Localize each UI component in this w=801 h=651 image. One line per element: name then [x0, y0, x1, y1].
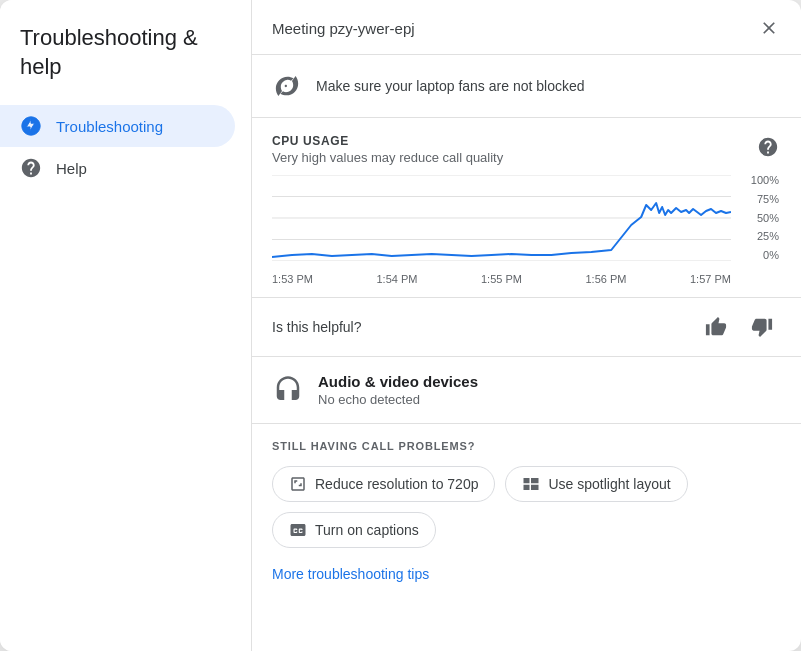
cpu-help-icon	[757, 136, 779, 158]
sidebar-item-help[interactable]: Help	[0, 147, 235, 189]
problems-section: STILL HAVING CALL PROBLEMS? Reduce resol…	[252, 424, 801, 599]
chart-x-labels: 1:53 PM 1:54 PM 1:55 PM 1:56 PM 1:57 PM	[272, 273, 731, 285]
captions-label: Turn on captions	[315, 522, 419, 538]
audio-subtitle: No echo detected	[318, 392, 478, 407]
reduce-resolution-icon	[289, 475, 307, 493]
spotlight-icon	[522, 475, 540, 493]
cpu-subtitle: Very high values may reduce call quality	[272, 150, 503, 165]
fan-warning-section: Make sure your laptop fans are not block…	[252, 55, 801, 118]
help-icon	[20, 157, 42, 179]
chart-x-155: 1:55 PM	[481, 273, 522, 285]
sidebar-troubleshooting-label: Troubleshooting	[56, 118, 163, 135]
chart-y-100: 100%	[751, 175, 779, 186]
turn-on-captions-button[interactable]: Turn on captions	[272, 512, 436, 548]
chart-y-50: 50%	[757, 213, 779, 224]
fan-icon	[272, 71, 302, 101]
chart-y-75: 75%	[757, 194, 779, 205]
helpful-section: Is this helpful?	[252, 298, 801, 357]
chart-container	[272, 175, 731, 261]
main-header: Meeting pzy-ywer-epj	[252, 0, 801, 55]
helpful-text: Is this helpful?	[272, 319, 362, 335]
main-body: Make sure your laptop fans are not block…	[252, 55, 801, 651]
close-icon	[759, 18, 779, 38]
main-panel: Meeting pzy-ywer-epj Make sure your lapt…	[252, 0, 801, 651]
thumbs-down-button[interactable]	[743, 312, 781, 342]
chart-x-157: 1:57 PM	[690, 273, 731, 285]
captions-icon	[289, 521, 307, 539]
thumbs-up-icon	[705, 316, 727, 338]
problems-title: STILL HAVING CALL PROBLEMS?	[272, 440, 781, 452]
audio-info: Audio & video devices No echo detected	[318, 373, 478, 407]
audio-title: Audio & video devices	[318, 373, 478, 390]
chart-x-153: 1:53 PM	[272, 273, 313, 285]
cpu-section: CPU USAGE Very high values may reduce ca…	[252, 118, 801, 298]
more-tips-link[interactable]: More troubleshooting tips	[272, 566, 429, 582]
sidebar-item-troubleshooting[interactable]: Troubleshooting	[0, 105, 235, 147]
troubleshooting-icon	[20, 115, 42, 137]
chart-y-25: 25%	[757, 231, 779, 242]
chart-x-156: 1:56 PM	[586, 273, 627, 285]
spotlight-layout-button[interactable]: Use spotlight layout	[505, 466, 687, 502]
sidebar: Troubleshooting & help Troubleshooting H…	[0, 0, 252, 651]
chart-y-labels: 100% 75% 50% 25% 0%	[733, 175, 781, 261]
thumbs-down-icon	[751, 316, 773, 338]
chart-x-154: 1:54 PM	[377, 273, 418, 285]
action-buttons: Reduce resolution to 720p Use spotlight …	[272, 466, 781, 548]
close-button[interactable]	[755, 14, 783, 42]
spotlight-layout-label: Use spotlight layout	[548, 476, 670, 492]
cpu-title: CPU USAGE	[272, 134, 503, 148]
chart-y-0: 0%	[763, 250, 779, 261]
feedback-icons	[697, 312, 781, 342]
chart-svg	[272, 175, 731, 261]
dialog: Troubleshooting & help Troubleshooting H…	[0, 0, 801, 651]
reduce-resolution-button[interactable]: Reduce resolution to 720p	[272, 466, 495, 502]
meeting-id: Meeting pzy-ywer-epj	[272, 20, 415, 37]
sidebar-help-label: Help	[56, 160, 87, 177]
cpu-help-button[interactable]	[755, 134, 781, 163]
thumbs-up-button[interactable]	[697, 312, 735, 342]
audio-section: Audio & video devices No echo detected	[252, 357, 801, 424]
cpu-header: CPU USAGE Very high values may reduce ca…	[272, 134, 781, 165]
fan-warning-text: Make sure your laptop fans are not block…	[316, 78, 585, 94]
sidebar-title: Troubleshooting & help	[0, 24, 251, 105]
audio-icon	[272, 374, 304, 406]
cpu-chart: 100% 75% 50% 25% 0% 1:53 PM 1:54 PM 1:55…	[272, 175, 781, 285]
reduce-resolution-label: Reduce resolution to 720p	[315, 476, 478, 492]
